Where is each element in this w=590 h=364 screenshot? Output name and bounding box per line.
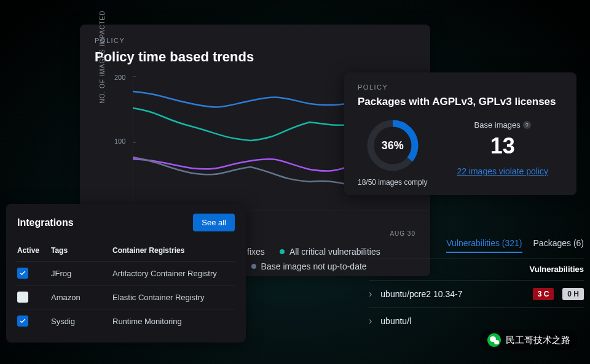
table-row: JFrog Artifactory Container Registry bbox=[17, 261, 235, 285]
donut-percent: 36% bbox=[382, 139, 404, 152]
violate-policy-link[interactable]: 22 images violate policy bbox=[457, 166, 548, 176]
active-checkbox[interactable] bbox=[17, 268, 28, 279]
high-badge: 0 H bbox=[562, 288, 584, 300]
critical-badge: 3 C bbox=[533, 288, 554, 300]
chevron-right-icon: › bbox=[369, 316, 372, 327]
active-checkbox[interactable] bbox=[17, 316, 28, 327]
y-tick: 200 bbox=[114, 74, 125, 81]
y-axis-label: NO. OF IMAGES IMPACTED bbox=[99, 10, 106, 104]
legend-dot-icon bbox=[280, 249, 285, 254]
tag-cell: Sysdig bbox=[51, 317, 112, 326]
donut-chart: 36% bbox=[365, 118, 420, 173]
x-axis-end-label: AUG 30 bbox=[390, 230, 415, 237]
registry-cell: Elastic Container Registry bbox=[112, 293, 235, 302]
table-row: Sysdig Runtime Monitoring bbox=[17, 309, 235, 333]
section-label: POLICY bbox=[358, 83, 563, 91]
comply-text: 18/50 images comply bbox=[358, 178, 427, 188]
tag-cell: Amazon bbox=[51, 293, 112, 302]
card-title: Packages with AGPLv3, GPLv3 licenses bbox=[358, 96, 563, 108]
tab-bar: Vulnerabilities (321) Packages (6) bbox=[369, 238, 584, 258]
base-images-count: 13 bbox=[490, 133, 515, 159]
registry-cell: Runtime Monitoring bbox=[112, 317, 235, 326]
section-label: POLICY bbox=[95, 37, 415, 44]
card-title: Integrations bbox=[17, 217, 74, 228]
legend-item: All critical vulnerabilities bbox=[280, 247, 380, 257]
page-title: Policy time based trends bbox=[95, 49, 415, 65]
package-name: ubuntu/l bbox=[380, 316, 584, 326]
column-header: Vulnerabilities bbox=[369, 258, 584, 280]
vulnerabilities-panel: Vulnerabilities (321) Packages (6) Vulne… bbox=[369, 238, 584, 334]
active-checkbox[interactable] bbox=[17, 292, 28, 303]
packages-license-card: POLICY Packages with AGPLv3, GPLv3 licen… bbox=[344, 72, 576, 195]
legend-dot-icon bbox=[251, 264, 256, 269]
table-header: Active Tags Container Registries bbox=[17, 240, 235, 261]
see-all-button[interactable]: See all bbox=[193, 214, 235, 231]
y-tick: 100 bbox=[114, 137, 125, 145]
registry-cell: Artifactory Container Registry bbox=[112, 269, 235, 278]
integrations-card: Integrations See all Active Tags Contain… bbox=[6, 204, 246, 343]
tag-cell: JFrog bbox=[51, 269, 112, 278]
legend-item: Base images not up-to-date bbox=[251, 261, 367, 271]
table-row: Amazon Elastic Container Registry bbox=[17, 285, 235, 309]
base-images-label: Base images ? bbox=[474, 120, 531, 130]
table-row[interactable]: › ubuntu/pcre2 10.34-7 3 C 0 H bbox=[369, 280, 584, 308]
tab-vulnerabilities[interactable]: Vulnerabilities (321) bbox=[446, 238, 522, 253]
chevron-right-icon: › bbox=[369, 288, 372, 300]
wechat-watermark: 民工哥技术之路 bbox=[480, 330, 578, 350]
package-name: ubuntu/pcre2 10.34-7 bbox=[380, 289, 524, 299]
wechat-icon bbox=[487, 333, 501, 347]
tab-packages[interactable]: Packages (6) bbox=[533, 238, 584, 253]
help-icon[interactable]: ? bbox=[523, 121, 531, 129]
